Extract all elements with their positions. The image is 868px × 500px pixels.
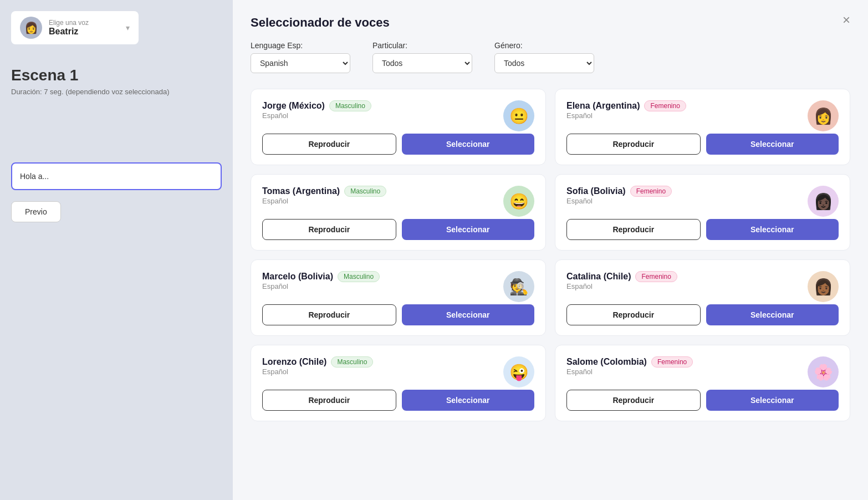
scene-title: Escena 1: [11, 67, 222, 84]
voice-card-name: Lorenzo (Chile): [262, 357, 326, 367]
voice-name-row: Lorenzo (Chile) Masculino: [262, 356, 503, 368]
voice-avatar-icon: 🌸: [808, 356, 839, 387]
language-select[interactable]: Spanish English French Portuguese: [251, 53, 350, 73]
voice-card-top: Elena (Argentina) Femenino Español 👩: [566, 100, 839, 131]
voice-lang: Español: [566, 197, 808, 205]
voice-card-sofia: Sofia (Bolivia) Femenino Español 👩🏿 Repr…: [555, 174, 850, 251]
reproducir-button[interactable]: Reproducir: [566, 304, 701, 325]
voice-lang: Español: [262, 197, 503, 205]
voice-card-marcelo: Marcelo (Bolivia) Masculino Español 🕵️ R…: [251, 259, 546, 336]
reproducir-button[interactable]: Reproducir: [566, 134, 701, 155]
chevron-down-icon: ▾: [126, 23, 130, 32]
seleccionar-button[interactable]: Seleccionar: [402, 390, 535, 411]
voice-lang: Español: [566, 368, 808, 376]
seleccionar-button[interactable]: Seleccionar: [706, 134, 839, 155]
voice-badge: Femenino: [630, 186, 672, 197]
voice-avatar-icon: 😜: [503, 356, 534, 387]
genero-filter-label: Género:: [494, 41, 594, 50]
voice-label: Elige una voz: [49, 19, 119, 27]
modal-header: Seleccionador de voces ×: [251, 16, 850, 30]
reproducir-button[interactable]: Reproducir: [262, 134, 396, 155]
voice-card-name: Tomas (Argentina): [262, 186, 340, 196]
voice-card-tomas: Tomas (Argentina) Masculino Español 😄 Re…: [251, 174, 546, 251]
voice-info-block: Tomas (Argentina) Masculino Español: [262, 186, 503, 213]
voice-card-salome: Salome (Colombia) Femenino Español 🌸 Rep…: [555, 345, 850, 421]
voice-name-row: Sofia (Bolivia) Femenino: [566, 186, 808, 197]
voice-selector-bar[interactable]: 👩 Elige una voz Beatriz ▾: [11, 11, 139, 44]
genero-filter-group: Género: Todos Masculino Femenino: [494, 41, 594, 73]
voice-card-elena: Elena (Argentina) Femenino Español 👩 Rep…: [555, 89, 850, 165]
voice-card-buttons: Reproducir Seleccionar: [566, 219, 839, 240]
voice-badge: Masculino: [338, 271, 380, 282]
seleccionar-button[interactable]: Seleccionar: [706, 219, 839, 240]
voice-badge: Femenino: [644, 100, 686, 111]
voice-info-block: Catalina (Chile) Femenino Español: [566, 271, 808, 298]
voice-name-row: Catalina (Chile) Femenino: [566, 271, 808, 282]
seleccionar-button[interactable]: Seleccionar: [706, 390, 839, 411]
language-filter-label: Lenguage Esp:: [251, 41, 350, 50]
reproducir-button[interactable]: Reproducir: [566, 219, 701, 240]
voice-info: Elige una voz Beatriz: [49, 19, 119, 37]
voice-card-name: Catalina (Chile): [566, 272, 631, 282]
voice-lang: Español: [566, 282, 808, 290]
reproducir-button[interactable]: Reproducir: [262, 390, 396, 411]
voice-card-top: Catalina (Chile) Femenino Español 👩🏾: [566, 271, 839, 302]
voice-card-name: Jorge (México): [262, 101, 325, 111]
voice-selector-modal: Seleccionador de voces × Lenguage Esp: S…: [233, 0, 868, 500]
close-button[interactable]: ×: [843, 13, 850, 27]
voice-info-block: Marcelo (Bolivia) Masculino Español: [262, 271, 503, 298]
voice-lang: Español: [262, 111, 503, 120]
voice-card-lorenzo: Lorenzo (Chile) Masculino Español 😜 Repr…: [251, 345, 546, 421]
voice-info-block: Jorge (México) Masculino Español: [262, 100, 503, 127]
voice-card-name: Marcelo (Bolivia): [262, 272, 333, 282]
scene-subtitle: Duración: 7 seg. (dependiendo voz selecc…: [11, 88, 222, 96]
voice-avatar-icon: 😄: [503, 186, 534, 217]
voice-card-buttons: Reproducir Seleccionar: [262, 219, 534, 240]
voice-card-name: Sofia (Bolivia): [566, 186, 626, 196]
voice-lang: Español: [262, 282, 503, 290]
voice-card-buttons: Reproducir Seleccionar: [566, 390, 839, 411]
seleccionar-button[interactable]: Seleccionar: [402, 304, 535, 325]
voice-name-row: Salome (Colombia) Femenino: [566, 356, 808, 368]
voice-badge: Femenino: [651, 356, 693, 368]
voice-avatar-icon: 🕵️: [503, 271, 534, 302]
voice-card-top: Marcelo (Bolivia) Masculino Español 🕵️: [262, 271, 534, 302]
particular-filter-label: Particular:: [372, 41, 472, 50]
particular-select[interactable]: Todos Mexico Argentina Bolivia Chile Col…: [372, 53, 472, 73]
filters-row: Lenguage Esp: Spanish English French Por…: [251, 41, 850, 73]
scene-text-area[interactable]: Hola a...: [11, 162, 222, 190]
voice-avatar-icon: 👩: [808, 100, 839, 131]
voice-card-catalina: Catalina (Chile) Femenino Español 👩🏾 Rep…: [555, 259, 850, 336]
voice-avatar-icon: 👩🏾: [808, 271, 839, 302]
voice-card-buttons: Reproducir Seleccionar: [262, 134, 534, 155]
voice-info-block: Lorenzo (Chile) Masculino Español: [262, 356, 503, 384]
voice-info-block: Elena (Argentina) Femenino Español: [566, 100, 808, 127]
voice-card-name: Salome (Colombia): [566, 357, 647, 367]
voice-info-block: Sofia (Bolivia) Femenino Español: [566, 186, 808, 213]
voice-card-name: Elena (Argentina): [566, 101, 640, 111]
language-filter-group: Lenguage Esp: Spanish English French Por…: [251, 41, 350, 73]
voice-card-buttons: Reproducir Seleccionar: [262, 304, 534, 325]
voice-card-top: Jorge (México) Masculino Español 😐: [262, 100, 534, 131]
reproducir-button[interactable]: Reproducir: [262, 219, 396, 240]
genero-select[interactable]: Todos Masculino Femenino: [494, 53, 594, 73]
particular-filter-group: Particular: Todos Mexico Argentina Boliv…: [372, 41, 472, 73]
previo-button[interactable]: Previo: [11, 201, 61, 222]
voice-name-row: Marcelo (Bolivia) Masculino: [262, 271, 503, 282]
seleccionar-button[interactable]: Seleccionar: [402, 134, 535, 155]
voice-card-top: Tomas (Argentina) Masculino Español 😄: [262, 186, 534, 217]
voice-card-top: Salome (Colombia) Femenino Español 🌸: [566, 356, 839, 387]
voice-name-row: Tomas (Argentina) Masculino: [262, 186, 503, 197]
voice-card-buttons: Reproducir Seleccionar: [262, 390, 534, 411]
voice-badge: Masculino: [329, 100, 371, 111]
voice-name-row: Jorge (México) Masculino: [262, 100, 503, 111]
reproducir-button[interactable]: Reproducir: [566, 390, 701, 411]
voice-avatar: 👩: [20, 17, 42, 39]
seleccionar-button[interactable]: Seleccionar: [706, 304, 839, 325]
seleccionar-button[interactable]: Seleccionar: [402, 219, 535, 240]
voice-card-jorge: Jorge (México) Masculino Español 😐 Repro…: [251, 89, 546, 165]
reproducir-button[interactable]: Reproducir: [262, 304, 396, 325]
voice-avatar-icon: 😐: [503, 100, 534, 131]
modal-title: Seleccionador de voces: [251, 16, 390, 30]
voice-name-row: Elena (Argentina) Femenino: [566, 100, 808, 111]
